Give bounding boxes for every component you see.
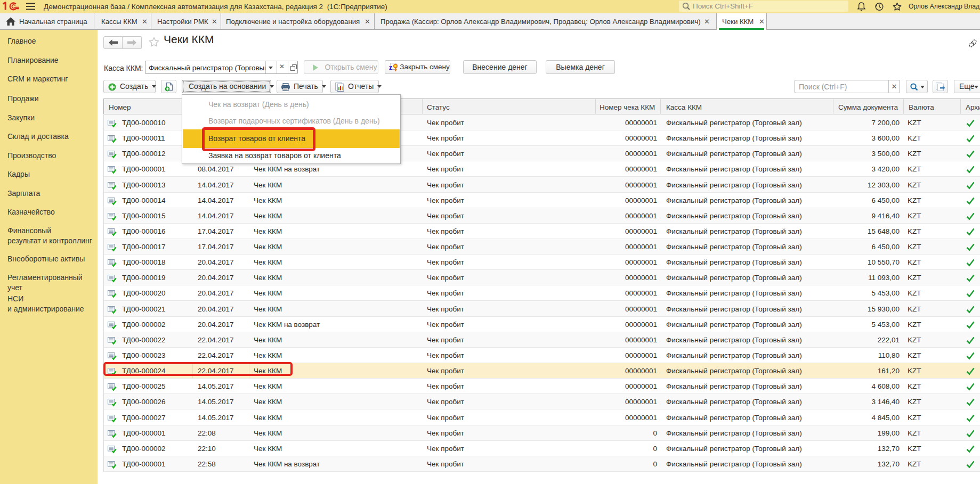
svg-text:z: z (389, 63, 392, 71)
